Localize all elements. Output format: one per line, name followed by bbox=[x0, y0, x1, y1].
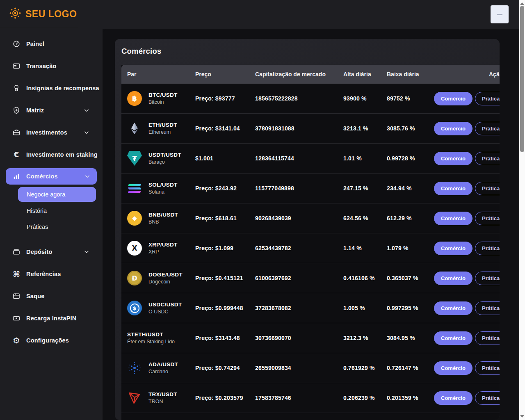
table-row: X XRP/USDT XRP Preço: $1.099 62534439782… bbox=[121, 233, 500, 263]
user-avatar-button[interactable] bbox=[491, 5, 509, 23]
market-cap-value: 62534439782 bbox=[249, 245, 338, 251]
euro-icon: € bbox=[12, 151, 21, 159]
sidebar-item-transacao[interactable]: Transação bbox=[0, 55, 103, 77]
sidebar-item-comercios[interactable]: Comércios bbox=[6, 168, 97, 185]
trade-button[interactable]: Comércio bbox=[434, 122, 472, 135]
price-value: Preço: $0.999448 bbox=[189, 305, 249, 311]
trade-button[interactable]: Comércio bbox=[434, 301, 472, 315]
daily-high-value: 0.206239 % bbox=[338, 395, 381, 401]
sidebar-subitem-historia[interactable]: História bbox=[0, 204, 103, 218]
brand-logo-text: SEU LOGO bbox=[25, 9, 77, 20]
price-value: $1.001 bbox=[189, 155, 249, 162]
trade-button[interactable]: Comércio bbox=[434, 92, 472, 105]
column-header-market-cap: Capitalização de mercado bbox=[249, 71, 338, 78]
market-cap-value: 61006397692 bbox=[249, 275, 338, 281]
sidebar-item-investimentos[interactable]: Investimentos bbox=[0, 121, 103, 144]
trade-button[interactable]: Comércio bbox=[434, 361, 472, 375]
trade-button[interactable]: Comércio bbox=[434, 182, 472, 195]
page-title: Comércios bbox=[115, 39, 500, 56]
practice-button[interactable]: Prática bbox=[475, 272, 500, 285]
banknote-icon bbox=[12, 314, 21, 322]
chevron-down-icon bbox=[84, 249, 89, 255]
coin-name: Ethereum bbox=[148, 129, 177, 135]
trade-button[interactable]: Comércio bbox=[434, 331, 472, 345]
scroll-down-arrow-icon[interactable] bbox=[520, 415, 524, 418]
practice-button[interactable]: Prática bbox=[475, 182, 500, 195]
sidebar-item-recarga[interactable]: Recarga InstaPIN bbox=[0, 307, 103, 329]
chevron-down-icon bbox=[84, 107, 89, 113]
practice-button[interactable]: Prática bbox=[475, 152, 500, 165]
bar-chart-icon bbox=[12, 172, 21, 180]
practice-button[interactable]: Prática bbox=[475, 391, 500, 405]
trade-button[interactable]: Comércio bbox=[434, 152, 472, 165]
table-row: TRX/USDT TRON Preço: $0.203579 175837857… bbox=[121, 383, 500, 413]
daily-low-value: 1.079 % bbox=[381, 245, 428, 251]
sidebar-subitem-negocie-agora[interactable]: Negocie agora bbox=[18, 187, 96, 202]
trade-button[interactable]: Comércio bbox=[434, 212, 472, 225]
trade-button[interactable]: Comércio bbox=[434, 272, 472, 285]
scroll-up-arrow-icon[interactable] bbox=[520, 2, 524, 5]
table-row: ETH/USDT Ethereum Preço: $3141.04 378091… bbox=[121, 114, 500, 144]
daily-low-value: 0.365037 % bbox=[381, 275, 428, 281]
sidebar-item-deposito[interactable]: Depósito bbox=[0, 241, 103, 263]
coin-name: Cardano bbox=[148, 369, 178, 374]
daily-high-value: 3212.3 % bbox=[338, 335, 381, 341]
price-value: Preço: $0.203579 bbox=[189, 395, 249, 401]
daily-low-value: 3084.95 % bbox=[381, 335, 428, 341]
table-row: ADA/USDT Cardano Preço: $0.74294 2655900… bbox=[121, 353, 500, 383]
coin-name: BNB bbox=[148, 219, 178, 225]
market-cap-value: 378091831088 bbox=[249, 125, 338, 132]
pair-label: STETH/USDT bbox=[127, 331, 175, 338]
daily-high-value: 1.01 % bbox=[338, 155, 381, 162]
market-cap-value: 1856575222828 bbox=[249, 95, 338, 102]
table-header-row: Par Preço Capitalização de mercado Alta … bbox=[121, 65, 500, 84]
trades-table: Par Preço Capitalização de mercado Alta … bbox=[121, 65, 500, 420]
pair-label: USDC/USDT bbox=[148, 301, 182, 308]
table-row-partial bbox=[121, 413, 500, 420]
sidebar-item-painel[interactable]: Painel bbox=[0, 33, 103, 55]
chevron-down-icon bbox=[84, 173, 90, 179]
sidebar-item-staking[interactable]: € Investimento em staking bbox=[0, 144, 103, 166]
trade-button[interactable]: Comércio bbox=[434, 242, 472, 255]
sidebar-item-insignias[interactable]: Insígnias de recompensa bbox=[0, 77, 103, 99]
practice-button[interactable]: Prática bbox=[475, 212, 500, 225]
practice-button[interactable]: Prática bbox=[475, 92, 500, 105]
brand-logo-icon bbox=[9, 7, 21, 21]
pair-label: DOGE/USDT bbox=[148, 272, 183, 278]
column-header-daily-high: Alta diária bbox=[338, 71, 381, 78]
page-scrollbar[interactable] bbox=[519, 0, 525, 420]
daily-low-value: 0.99728 % bbox=[381, 155, 428, 162]
coin-name: Éter em Staking Lido bbox=[127, 339, 175, 345]
column-header-daily-low: Baixa diária bbox=[381, 71, 428, 78]
daily-low-value: 0.201359 % bbox=[381, 395, 428, 401]
coin-name: Solana bbox=[148, 189, 178, 195]
trx-coin-icon bbox=[127, 390, 142, 405]
coin-name: O USDC bbox=[148, 309, 182, 315]
practice-button[interactable]: Prática bbox=[475, 301, 500, 315]
daily-high-value: 1.005 % bbox=[338, 305, 381, 311]
market-cap-value: 115777049898 bbox=[249, 185, 338, 192]
sidebar-item-configuracoes[interactable]: ⚙ Configurações bbox=[0, 329, 103, 352]
sidebar-item-saque[interactable]: Saque bbox=[0, 285, 103, 307]
sidebar-subitem-praticas[interactable]: Práticas bbox=[0, 220, 103, 234]
gauge-icon bbox=[12, 40, 21, 48]
practice-button[interactable]: Prática bbox=[475, 331, 500, 345]
sidebar-item-referencias[interactable]: ⌘ Referências bbox=[0, 263, 103, 285]
coin-name: Dogecoin bbox=[148, 279, 183, 285]
scrollbar-thumb[interactable] bbox=[520, 6, 524, 152]
top-bar: SEU LOGO bbox=[0, 0, 525, 29]
trade-button[interactable]: Comércio bbox=[434, 391, 472, 405]
sidebar-item-matriz[interactable]: Matriz bbox=[0, 99, 103, 121]
pair-label: XRP/USDT bbox=[148, 242, 178, 248]
practice-button[interactable]: Prática bbox=[475, 361, 500, 375]
brand-logo[interactable]: SEU LOGO bbox=[9, 7, 77, 21]
table-row: $ USDC/USDT O USDC Preço: $0.999448 3728… bbox=[121, 293, 500, 323]
practice-button[interactable]: Prática bbox=[475, 242, 500, 255]
table-row: SOL/USDT Solana Preço: $243.92 115777049… bbox=[121, 173, 500, 203]
pair-label: BTC/USDT bbox=[148, 92, 178, 98]
daily-high-value: 0.761929 % bbox=[338, 365, 381, 371]
reward-badge-icon bbox=[12, 84, 21, 92]
chevron-down-icon bbox=[84, 130, 89, 135]
practice-button[interactable]: Prática bbox=[475, 122, 500, 135]
price-value: Preço: $3141.04 bbox=[189, 125, 249, 132]
